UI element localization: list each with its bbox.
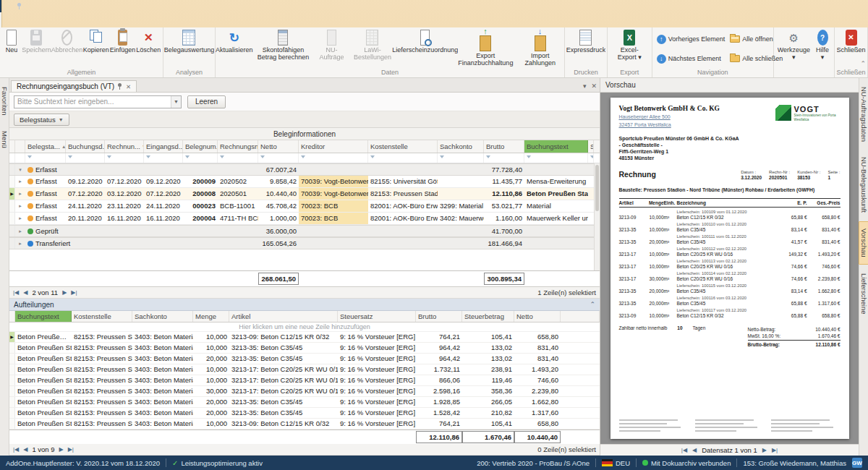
aufteilung-row[interactable]: Beton Preußen Sta…82153: Preussen Sta…34… — [9, 343, 600, 354]
record-first-button[interactable]: |◀ — [681, 447, 687, 453]
row-expander-icon[interactable]: ▸ — [15, 213, 25, 224]
pager-last-button[interactable]: ▶| — [71, 289, 77, 296]
aufteilung-row[interactable]: Beton Preußen Sta…82153: Preussen Sta…34… — [9, 354, 600, 364]
group-expander-icon[interactable]: ▾ — [15, 164, 25, 175]
aktualisieren-button[interactable]: Aktualisieren — [217, 29, 251, 68]
column-header-buchungsd[interactable]: Buchungsd... — [66, 140, 105, 153]
invoice-table-row[interactable]: ▸Erfasst24.11.202023.11.202024.11.202000… — [9, 200, 600, 213]
column-header-sachkonto[interactable]: Sachkonto — [132, 311, 193, 322]
tab-list-dropdown-icon[interactable]: ▾ — [583, 82, 587, 90]
column-header-buchungstext[interactable]: Buchungstext — [524, 140, 588, 153]
column-header-eingangsd[interactable]: Eingangsd... — [144, 140, 183, 153]
filter-cell-kreditor[interactable] — [299, 153, 368, 163]
ribbon-collapse-icon[interactable]: ⌃ — [860, 60, 866, 67]
dock-tab-menue[interactable]: Menü — [0, 124, 9, 155]
filter-cell-kostenstelle[interactable] — [368, 153, 438, 163]
pager-next-button[interactable]: ▶ — [59, 446, 64, 453]
search-dropdown-icon[interactable]: ▼ — [171, 96, 181, 108]
filter-cell-s[interactable] — [588, 153, 594, 163]
loeschen-button[interactable]: Löschen — [136, 29, 161, 68]
aufteilung-row[interactable]: Beton Preußen Sta…82153: Preussen Sta…34… — [9, 364, 600, 375]
column-header-kostenstelle[interactable]: Kostenstelle — [368, 140, 438, 153]
grid-search-combo[interactable]: ▼ — [14, 95, 182, 108]
invoice-table-row[interactable]: ▸Erfasst20.11.202016.11.202016.11.202020… — [9, 213, 600, 225]
vorheriges-element-button[interactable]: Vorheriges Element — [655, 35, 727, 44]
column-header-brutto[interactable]: Brutto — [484, 140, 524, 153]
skontofaehigen-betrag-berechnen-button[interactable]: Skontofähigen Betrag berechnen — [251, 29, 315, 68]
record-last-button[interactable]: ▶| — [772, 447, 778, 453]
aufteilung-row[interactable]: Beton Preußen Sta…82153: Preussen Sta…34… — [9, 386, 600, 397]
column-header-menge[interactable]: Menge — [193, 311, 229, 322]
row-expander-icon[interactable]: ▸ — [15, 188, 25, 200]
naechstes-element-button[interactable]: Nächstes Element — [655, 54, 727, 64]
record-next-button[interactable]: ▶ — [762, 447, 767, 453]
column-header-rechnun[interactable]: Rechnun...▼ — [105, 140, 144, 153]
scrollbar-thumb[interactable] — [595, 165, 599, 211]
hilfe-button[interactable]: Hilfe ▾ — [812, 29, 833, 68]
filter-cell-netto[interactable] — [258, 153, 299, 163]
column-header-brutto[interactable]: Brutto — [416, 311, 462, 322]
aufteilung-row[interactable]: Beton Preußen Sta…82153: Preussen Sta…34… — [9, 408, 600, 419]
user-avatar[interactable]: GW — [852, 458, 862, 468]
document-tab[interactable]: Rechnungseingangsbuch (VT) ✕ — [11, 80, 137, 92]
filter-cell-brutto[interactable] — [484, 153, 524, 163]
invoice-table-row[interactable]: ▸Erfasst09.12.202007.12.202009.12.202020… — [9, 176, 600, 188]
column-header-buchungstext[interactable]: Buchungstext — [15, 311, 72, 322]
group-row-transferiert[interactable]: ▸Transferiert165.054,26181.466,94 — [9, 237, 600, 249]
record-prev-button[interactable]: ◀ — [692, 447, 697, 453]
filter-cell-rechnungsn[interactable] — [218, 153, 258, 163]
group-expander-icon[interactable]: ▸ — [15, 226, 25, 236]
dock-tab-nu-belegauskunft[interactable]: NU-Belegauskunft — [859, 150, 868, 219]
pager-first-button[interactable]: |◀ — [13, 446, 19, 453]
filter-cell-belegsta[interactable] — [25, 153, 66, 163]
kopieren-button[interactable]: Kopieren — [82, 29, 109, 68]
filter-cell-buchungsd[interactable] — [66, 153, 105, 163]
aufteilung-row[interactable]: ▶Beton Preuße…82153: Preussen Sta…3403: … — [9, 332, 600, 343]
column-header-kostenstelle[interactable]: Kostenstelle — [72, 311, 132, 322]
statusbar-language[interactable]: DEU — [602, 459, 630, 467]
invoice-table-row[interactable]: ▶▸Erfasst07.12.202003.12.202007.12.20202… — [9, 188, 600, 200]
einfuegen-button[interactable]: Einfügen — [109, 29, 136, 68]
column-header-netto[interactable]: Netto — [258, 140, 299, 153]
column-header-steuerbetrag[interactable]: Steuerbetrag — [462, 311, 514, 322]
filter-cell-rechnun[interactable] — [105, 153, 144, 163]
column-header-s[interactable]: S... — [588, 140, 594, 153]
column-header-artikel[interactable]: Artikel — [229, 311, 338, 322]
column-header-belegsta[interactable]: Belegsta...▲ — [25, 140, 66, 153]
lieferscheinzuordnung-button[interactable]: Lieferscheinzuordnung — [396, 29, 454, 68]
pin-icon[interactable] — [118, 83, 122, 90]
pager-next-button[interactable]: ▶ — [62, 289, 67, 296]
column-header-netto[interactable]: Netto — [514, 311, 561, 322]
import-zahlungen-button[interactable]: Import Zahlungen — [517, 29, 563, 68]
werkzeuge-button[interactable]: Werkzeuge ▾ — [775, 29, 813, 68]
column-header-steuersatz[interactable]: Steuersatz — [338, 311, 416, 322]
group-expander-icon[interactable]: ▸ — [15, 238, 25, 249]
column-header-sachkonto[interactable]: Sachkonto — [438, 140, 484, 153]
filter-cell-eingangsd[interactable] — [144, 153, 183, 163]
grid-search-input[interactable] — [14, 96, 171, 108]
row-expander-icon[interactable]: ▸ — [15, 200, 25, 212]
column-header-belegnum[interactable]: Belegnum... — [183, 140, 218, 153]
vertical-scrollbar[interactable] — [594, 163, 600, 270]
neu-button[interactable]: Neu — [1, 29, 22, 68]
tab-close-icon[interactable]: ✕ — [126, 83, 131, 90]
column-header-rechnungsn[interactable]: Rechnungsn... — [218, 140, 258, 153]
pager-prev-button[interactable]: ◀ — [23, 289, 27, 296]
grid-filter-row[interactable] — [9, 153, 600, 163]
filter-cell-sachkonto[interactable] — [438, 153, 484, 163]
export-finanzbuchhaltung-button[interactable]: Export Finanzbuchhaltung — [454, 29, 517, 68]
group-by-belegstatus-button[interactable]: Belegstatus ▼ — [14, 114, 69, 126]
dock-tab-vorschau[interactable]: Vorschau — [859, 221, 868, 265]
ribbon-tab-addone[interactable]: AddOne — [1, 0, 868, 27]
aufteilung-row[interactable]: Beton Preußen Sta…82153: Preussen Sta…34… — [9, 375, 600, 386]
clear-search-button[interactable]: Leeren — [187, 95, 226, 108]
expressdruck-button[interactable]: Expressdruck — [566, 29, 605, 68]
filter-cell-belegnum[interactable] — [183, 153, 218, 163]
dock-tab-favoriten[interactable]: Favoriten — [0, 80, 9, 122]
dock-tab-nu-auftragsdaten[interactable]: NU-Auftragsdaten — [859, 80, 868, 148]
group-row-erfasst[interactable]: ▾Erfasst67.007,2477.728,40 — [9, 163, 600, 176]
aufteilung-row[interactable]: Beton Preußen Sta…82153: Preussen Sta…34… — [9, 397, 600, 408]
tab-bar-close-icon[interactable]: ✕ — [591, 82, 597, 90]
dock-tab-lieferscheine[interactable]: Lieferscheine — [859, 267, 868, 321]
group-row-geprueft[interactable]: ▸Geprüft36.000,0041.700,00 — [9, 225, 600, 237]
